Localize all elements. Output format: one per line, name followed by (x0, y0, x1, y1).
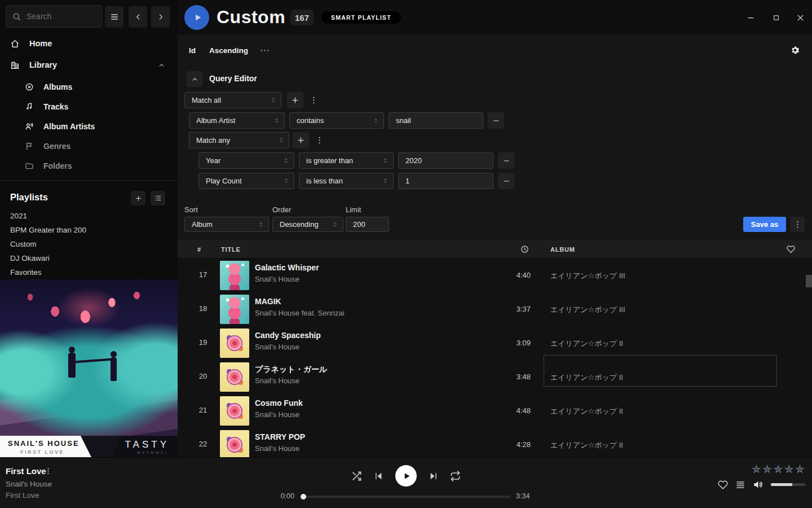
play-playlist-button[interactable] (184, 5, 209, 30)
playlist-list-button[interactable] (151, 191, 165, 205)
column-header-title[interactable]: TITLE (221, 240, 241, 259)
table-row[interactable]: 18 MAGIK Snail's House feat. Sennzai 3:3… (178, 292, 812, 326)
chevron-up-icon[interactable] (158, 62, 165, 69)
track-duration: 4:28 (491, 440, 531, 449)
seek-handle[interactable] (301, 494, 306, 500)
window-close-button[interactable] (792, 9, 809, 26)
star-icon[interactable]: ★ (785, 463, 793, 475)
previous-button[interactable] (374, 471, 383, 481)
unfold-icon (258, 221, 264, 227)
remove-rule-button[interactable] (488, 112, 504, 129)
sidebar-item-library[interactable]: Library (0, 56, 178, 73)
order-select[interactable]: Descending (272, 217, 343, 232)
playlist-item[interactable]: BPM Greater than 200 (10, 223, 168, 237)
sidebar-item-genres[interactable]: Genres (0, 136, 178, 156)
column-header-number[interactable]: # (197, 240, 201, 259)
column-header-favorite[interactable] (787, 240, 795, 259)
star-icon[interactable]: ★ (774, 463, 782, 475)
query-editor-collapse-button[interactable] (187, 71, 202, 87)
playlist-item[interactable]: DJ Okawari (10, 251, 168, 265)
volume-icon[interactable] (753, 479, 764, 490)
sort-select[interactable]: Album (184, 217, 269, 232)
match-type-select[interactable]: Match any (189, 132, 289, 148)
star-icon[interactable]: ★ (763, 463, 771, 475)
track-number: 19 (192, 338, 214, 347)
seek-bar[interactable] (302, 496, 510, 498)
plus-icon (291, 96, 299, 104)
table-row[interactable]: 21 Cosmo Funk Snail's House 4:48 エイリアン☆ポ… (178, 394, 812, 428)
more-options-button[interactable] (260, 46, 270, 55)
rule-operator-select[interactable]: contains (289, 112, 384, 129)
kebab-icon (793, 220, 802, 229)
artwork-figure (74, 358, 112, 364)
focused-cell-outline (544, 355, 777, 387)
sidebar-item-label: Home (29, 39, 52, 48)
elapsed-time: 0:00 (271, 492, 294, 500)
add-playlist-button[interactable] (131, 191, 145, 205)
rule-field-select[interactable]: Play Count (198, 173, 294, 189)
kebab-icon (315, 136, 324, 144)
save-menu-button[interactable] (791, 217, 805, 232)
nav-forward-button[interactable] (151, 6, 170, 28)
column-header-duration[interactable] (520, 240, 529, 259)
add-rule-button[interactable] (293, 132, 309, 148)
column-header-album[interactable]: ALBUM (550, 240, 575, 259)
table-row[interactable]: 17 Galactic Whisper Snail's House 4:40 エ… (178, 259, 812, 292)
select-value: Year (206, 156, 220, 165)
shuffle-button[interactable] (351, 471, 362, 481)
settings-button[interactable] (790, 45, 800, 55)
volume-slider[interactable] (771, 483, 805, 486)
playlist-item[interactable]: Favorites (10, 265, 168, 279)
star-icon[interactable]: ★ (796, 463, 804, 475)
sidebar-item-folders[interactable]: Folders (0, 156, 178, 176)
sidebar-item-tracks[interactable]: Tracks (0, 97, 178, 116)
table-row[interactable]: 22 STARRY POP Snail's House 4:28 エイリアン☆ポ… (178, 428, 812, 457)
unfold-icon (283, 157, 289, 164)
search-box[interactable] (6, 5, 102, 28)
add-rule-button[interactable] (287, 92, 303, 108)
favorite-button[interactable] (718, 480, 728, 490)
save-as-button[interactable]: Save as (743, 217, 786, 232)
remove-rule-button[interactable] (498, 152, 514, 169)
group-menu-button[interactable] (314, 132, 324, 148)
queue-button[interactable] (735, 480, 745, 490)
remove-rule-button[interactable] (498, 173, 514, 189)
window-minimize-button[interactable] (742, 9, 759, 26)
repeat-button[interactable] (450, 471, 461, 481)
rule-field-select[interactable]: Album Artist (189, 112, 285, 129)
rule-value-input[interactable] (389, 112, 483, 129)
rule-operator-select[interactable]: is less than (299, 173, 394, 189)
sort-direction-control[interactable]: Ascending (209, 46, 248, 55)
playlist-item[interactable]: Custom (10, 237, 168, 251)
music-note-icon (25, 102, 34, 111)
rule-field-select[interactable]: Year (198, 152, 294, 169)
group-menu-button[interactable] (308, 92, 319, 108)
sidebar-item-label: Tracks (43, 102, 68, 111)
volume-fill (771, 483, 792, 486)
library-icon (10, 60, 20, 70)
select-value: is greater than (306, 156, 353, 165)
star-icon[interactable]: ★ (752, 463, 761, 475)
sidebar-item-home[interactable]: Home (0, 35, 178, 52)
sort-field-control[interactable]: Id (189, 46, 196, 55)
rule-value-input[interactable] (398, 152, 493, 169)
ellipsis-icon (260, 46, 270, 55)
window-maximize-button[interactable] (767, 9, 784, 26)
limit-input[interactable] (346, 217, 389, 232)
total-time: 3:34 (516, 492, 539, 500)
playlist-item[interactable]: 2021 (10, 209, 168, 222)
now-playing-menu-button[interactable] (45, 467, 52, 475)
search-input[interactable] (27, 12, 89, 21)
rule-value-input[interactable] (398, 173, 493, 189)
next-button[interactable] (429, 471, 438, 481)
menu-button[interactable] (105, 6, 123, 28)
play-pause-button[interactable] (395, 465, 417, 487)
rule-operator-select[interactable]: is greater than (299, 152, 394, 169)
sidebar-item-album-artists[interactable]: Album Artists (0, 116, 178, 136)
sidebar-item-albums[interactable]: Albums (0, 77, 178, 97)
nav-back-button[interactable] (129, 6, 147, 28)
track-number: 20 (192, 372, 214, 380)
now-playing-artist: Snail's House (6, 480, 52, 488)
scrollbar-thumb[interactable] (806, 275, 812, 287)
match-type-select[interactable]: Match all (184, 92, 281, 108)
